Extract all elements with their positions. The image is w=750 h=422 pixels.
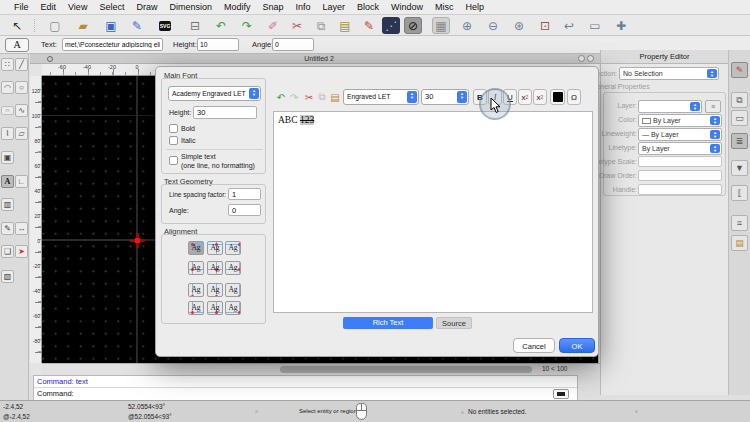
pan-icon[interactable]: ✚ bbox=[612, 17, 630, 34]
selection-combobox[interactable]: No Selection bbox=[619, 67, 719, 80]
alignment-baseline-center[interactable]: Ag bbox=[207, 301, 223, 315]
alignment-bottom-center[interactable]: Ag bbox=[207, 283, 223, 297]
alignment-middle-right[interactable]: Ag bbox=[225, 261, 241, 275]
menu-info[interactable]: Info bbox=[290, 0, 317, 15]
shape-tool-icon[interactable]: ▱ bbox=[15, 127, 28, 140]
alignment-bottom-right[interactable]: Ag bbox=[225, 283, 241, 297]
menu-draw[interactable]: Draw bbox=[130, 0, 163, 15]
tab-rich-text[interactable]: Rich Text bbox=[343, 317, 433, 329]
text-content-input[interactable] bbox=[62, 38, 163, 51]
line-spacing-input[interactable]: 1 bbox=[228, 188, 261, 200]
restrict-off-icon[interactable]: ⊘ bbox=[404, 17, 422, 34]
editor-copy-icon[interactable]: ⧉ bbox=[315, 89, 329, 105]
editor-font-combobox[interactable]: Engraved LET bbox=[343, 89, 419, 105]
open-file-icon[interactable]: ▰ bbox=[74, 17, 92, 34]
alignment-middle-left[interactable]: Ag bbox=[188, 261, 204, 275]
redo-icon[interactable]: ↷ bbox=[238, 17, 256, 34]
menu-snap[interactable]: Snap bbox=[256, 0, 289, 15]
italic-checkbox[interactable] bbox=[169, 136, 178, 145]
copy-icon[interactable]: ⧉ bbox=[312, 17, 330, 34]
zoom-out-icon[interactable]: ⊖ bbox=[484, 17, 502, 34]
menu-help[interactable]: Help bbox=[460, 0, 491, 15]
cut-icon[interactable]: ✂ bbox=[288, 17, 306, 34]
layer-combobox[interactable] bbox=[638, 100, 702, 113]
ok-button[interactable]: OK bbox=[559, 338, 595, 353]
text-tool-icon[interactable]: A bbox=[1, 175, 14, 188]
polyline-tool-icon[interactable]: ⋰ bbox=[382, 17, 400, 34]
alignment-baseline-right[interactable]: Ag bbox=[225, 301, 241, 315]
ellipse-tool-icon[interactable]: ○ bbox=[1, 106, 14, 114]
angle-input[interactable] bbox=[272, 38, 314, 51]
select-tool-icon[interactable]: ↖ bbox=[8, 17, 26, 34]
points-tool-icon[interactable]: ∷ bbox=[1, 58, 14, 71]
rich-text-editor[interactable]: ABC 123 bbox=[273, 111, 593, 313]
arc-tool-icon[interactable]: ◠ bbox=[1, 81, 14, 94]
linetype-combobox[interactable]: By Layer bbox=[638, 142, 722, 155]
circle-tool-icon[interactable]: ○ bbox=[15, 81, 28, 94]
subscript-button[interactable]: x2 bbox=[533, 89, 547, 105]
alignment-top-left[interactable]: Ag bbox=[188, 241, 204, 255]
font-family-combobox[interactable]: Academy Engraved LET bbox=[168, 86, 261, 101]
menu-modify[interactable]: Modify bbox=[218, 0, 257, 15]
menu-view[interactable]: View bbox=[62, 0, 93, 15]
order-tool-icon[interactable]: ❏ bbox=[1, 245, 14, 258]
line-tool-icon[interactable]: ╱ bbox=[15, 58, 28, 71]
linetype-scale-field[interactable] bbox=[638, 156, 722, 167]
editor-cut-icon[interactable]: ✂ bbox=[302, 89, 316, 105]
draw-pencil-icon[interactable]: ✎ bbox=[360, 17, 378, 34]
menu-window[interactable]: Window bbox=[385, 0, 429, 15]
image-tool-icon[interactable]: ▥ bbox=[1, 198, 14, 211]
menu-block[interactable]: Block bbox=[351, 0, 385, 15]
toggle-selection-filter-icon[interactable]: ▼ bbox=[731, 160, 748, 176]
alignment-middle-center[interactable]: Ag bbox=[207, 261, 223, 275]
dimension-tool-icon[interactable]: ∟ bbox=[15, 175, 28, 188]
editor-paste-icon[interactable]: ▤ bbox=[328, 89, 342, 105]
modify-tool-icon[interactable]: ✎ bbox=[1, 222, 14, 235]
previous-view-icon[interactable]: ↩ bbox=[560, 17, 578, 34]
grid-toggle-icon[interactable]: ▦ bbox=[432, 17, 450, 34]
command-input[interactable]: Command: bbox=[34, 388, 577, 400]
text-color-button[interactable] bbox=[550, 89, 565, 105]
horizontal-scrollbar[interactable]: 10 < 100 bbox=[42, 363, 598, 375]
text-tool-button[interactable]: A bbox=[5, 38, 29, 52]
zoom-redraw-icon[interactable]: ⊡ bbox=[536, 17, 554, 34]
geometry-angle-input[interactable]: 0 bbox=[228, 204, 261, 216]
menu-file[interactable]: File bbox=[8, 0, 35, 15]
menu-layer[interactable]: Layer bbox=[317, 0, 352, 15]
toggle-property-editor-icon[interactable]: ✎ bbox=[731, 62, 748, 78]
window-button-left[interactable] bbox=[578, 55, 585, 62]
print-icon[interactable]: ⊟ bbox=[186, 17, 204, 34]
lineweight-combobox[interactable]: — By Layer bbox=[638, 128, 722, 141]
layer-list-button[interactable]: ≡ bbox=[705, 100, 721, 113]
menu-dimension[interactable]: Dimension bbox=[163, 0, 218, 15]
pick-tool-icon[interactable]: ➤ bbox=[15, 245, 28, 258]
save-as-icon[interactable]: ✎ bbox=[128, 17, 146, 34]
save-icon[interactable]: ▣ bbox=[102, 17, 120, 34]
draw-order-field[interactable] bbox=[638, 170, 722, 181]
toggle-layer-list-icon[interactable]: ⧉ bbox=[731, 92, 748, 108]
alignment-bottom-left[interactable]: Ag bbox=[188, 283, 204, 297]
isometric-tool-icon[interactable]: ▧ bbox=[1, 270, 14, 283]
handle-field[interactable] bbox=[638, 184, 722, 195]
menu-edit[interactable]: Edit bbox=[35, 0, 63, 15]
spline-tool-icon[interactable]: ∿ bbox=[15, 104, 28, 117]
polyline-tool-icon[interactable]: ⌇ bbox=[1, 127, 14, 140]
auto-zoom-icon[interactable]: ⊛ bbox=[510, 17, 528, 34]
editor-size-combobox[interactable]: 30 bbox=[421, 89, 469, 105]
scrollbar-thumb[interactable] bbox=[280, 366, 532, 373]
alignment-top-center[interactable]: Ag bbox=[207, 241, 223, 255]
svg-export-icon[interactable]: SVG bbox=[156, 17, 174, 34]
color-combobox[interactable]: By Layer bbox=[638, 114, 722, 127]
dimension-horizontal-icon[interactable]: ↔ bbox=[15, 222, 28, 235]
toggle-list-panel-icon[interactable]: ≡ bbox=[731, 215, 748, 231]
new-file-icon[interactable]: ▢ bbox=[46, 17, 64, 34]
cancel-button[interactable]: Cancel bbox=[513, 338, 555, 353]
highlight-icon[interactable]: ✐ bbox=[264, 17, 282, 34]
toggle-block-list-icon[interactable]: ▭ bbox=[731, 110, 748, 126]
superscript-button[interactable]: x2 bbox=[518, 89, 532, 105]
zoom-window-icon[interactable]: ▭ bbox=[586, 17, 604, 34]
menu-misc[interactable]: Misc bbox=[429, 0, 460, 15]
undo-icon[interactable]: ↶ bbox=[212, 17, 230, 34]
height-input[interactable] bbox=[197, 38, 239, 51]
font-height-input[interactable]: 30 bbox=[193, 106, 257, 119]
